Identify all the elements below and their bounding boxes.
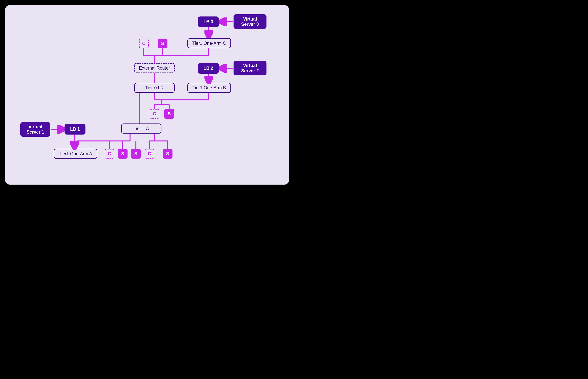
tier1-a-node: Tier-1 A (121, 124, 161, 134)
client-c-bottom1-node: C (105, 149, 114, 158)
tier1-a-label: Tier-1 A (134, 126, 149, 131)
tier1-one-arm-c-node: Tier1 One-Arm C (187, 38, 231, 48)
tier1-one-arm-b-label: Tier1 One-Arm B (192, 85, 226, 90)
client-c-mid-node: C (150, 109, 159, 119)
lb3-label: LB 3 (203, 19, 213, 24)
client-c-top-label: C (142, 41, 146, 46)
lb3-node: LB 3 (198, 16, 219, 27)
external-router-label: External Router (139, 65, 170, 71)
tier1-one-arm-a-node: Tier1 One-Arm A (54, 149, 97, 159)
lb1-node: LB 1 (64, 124, 85, 135)
virtual-server-3-label: Virtual Server 3 (241, 16, 259, 27)
virtual-server-2-label: Virtual Server 2 (241, 63, 259, 73)
server-s-mid-node: S (164, 109, 174, 119)
server-s-bottom2-label: S (134, 151, 137, 156)
external-router-node: External Router (134, 63, 175, 73)
client-c-bottom2-label: C (148, 151, 151, 156)
client-c-top-node: C (139, 39, 149, 48)
server-s-bottom2-node: S (131, 149, 141, 158)
diagram-frame: LB 3 Virtual Server 3 Tier1 One-Arm C C … (5, 5, 289, 185)
server-s-bottom3-node: S (163, 149, 172, 158)
virtual-server-1-label: Virtual Server 1 (27, 124, 44, 135)
tier1-one-arm-a-label: Tier1 One-Arm A (59, 151, 92, 156)
lb2-node: LB 2 (198, 63, 219, 74)
client-c-bottom2-node: C (145, 149, 154, 158)
tier0-lr-node: Tier-0 LR (134, 83, 175, 93)
client-c-bottom1-label: C (108, 151, 111, 156)
tier1-one-arm-c-label: Tier1 One-Arm C (192, 41, 226, 46)
server-s-mid-label: S (168, 111, 170, 116)
virtual-server-3-node: Virtual Server 3 (233, 14, 266, 29)
virtual-server-2-node: Virtual Server 2 (233, 61, 266, 75)
tier1-one-arm-b-node: Tier1 One-Arm B (187, 83, 231, 93)
tier0-lr-label: Tier-0 LR (145, 85, 164, 90)
virtual-server-1-node: Virtual Server 1 (20, 122, 50, 137)
server-s-bottom3-label: S (166, 151, 169, 156)
server-s-bottom1-label: S (121, 151, 124, 156)
server-s-top-node: S (158, 39, 168, 48)
client-c-mid-label: C (153, 111, 156, 116)
lb2-label: LB 2 (203, 66, 213, 71)
lb1-label: LB 1 (70, 126, 80, 132)
server-s-bottom1-node: S (118, 149, 127, 158)
server-s-top-label: S (161, 41, 164, 46)
